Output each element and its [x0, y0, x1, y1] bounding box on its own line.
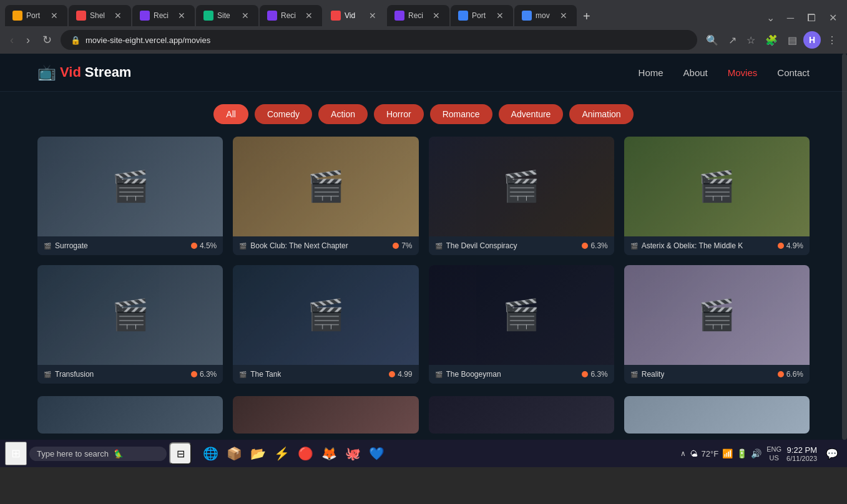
tab-favicon [203, 11, 213, 21]
movie-info: 🎬The Tank4.99 [233, 365, 418, 384]
sublime-icon[interactable]: ⚡ [270, 442, 293, 465]
firefox-icon[interactable]: 🦊 [318, 442, 340, 465]
more-button[interactable]: ⋮ [823, 31, 841, 49]
htdocs-icon[interactable]: 📦 [223, 442, 245, 465]
partial-row [0, 396, 847, 440]
tab-label: Reci [408, 11, 427, 20]
nav-about[interactable]: About [683, 67, 708, 78]
tab-close-button[interactable]: ✕ [112, 10, 124, 21]
browser-tab-tab-mov[interactable]: mov✕ [514, 5, 577, 26]
partial-movie-card-2[interactable] [429, 396, 614, 434]
taskbar-search[interactable]: Type here to search 🦜 [29, 447, 167, 461]
clock[interactable]: 9:22 PM 6/11/2023 [786, 445, 817, 462]
movie-rating: 7% [393, 241, 412, 250]
tab-bar: Port✕Shel✕Reci✕Site✕Reci✕Vid✕Reci✕Port✕m… [0, 0, 847, 26]
new-tab-button[interactable]: + [578, 7, 595, 26]
filter-comedy[interactable]: Comedy [255, 104, 312, 124]
nav-contact[interactable]: Contact [777, 67, 810, 78]
movie-grid: 🎬🎬Surrogate4.5%🎬🎬Book Club: The Next Cha… [0, 137, 847, 396]
browser-tab-tab-shel[interactable]: Shel✕ [69, 5, 131, 26]
movie-icon: 🎬 [239, 371, 247, 378]
scrollbar[interactable] [842, 54, 847, 440]
vscode-icon[interactable]: 💙 [365, 442, 388, 465]
tab-close-button[interactable]: ✕ [431, 10, 442, 21]
github-icon[interactable]: 🐙 [341, 442, 364, 465]
chrome-icon[interactable]: 🌐 [199, 442, 222, 465]
movie-title: Transfusion [55, 370, 94, 379]
tab-close-button[interactable]: ✕ [49, 10, 60, 21]
share-button[interactable]: ↗ [725, 31, 740, 49]
movie-card-6[interactable]: 🎬🎬The Boogeyman6.3% [429, 265, 614, 384]
filter-romance[interactable]: Romance [430, 104, 492, 124]
movie-card-2[interactable]: 🎬🎬The Devil Conspiracy6.3% [429, 137, 614, 255]
movie-rating: 4.9% [778, 241, 803, 250]
filter-all[interactable]: All [213, 104, 248, 124]
minimize-button[interactable]: ─ [782, 10, 799, 26]
movie-info: 🎬The Boogeyman6.3% [429, 365, 614, 384]
address-bar[interactable]: 🔒 movie-site-eight.vercel.app/movies [61, 30, 697, 50]
tab-list-button[interactable]: ⌄ [761, 9, 780, 26]
tab-favicon [267, 11, 277, 21]
tab-close-button[interactable]: ✕ [176, 10, 187, 21]
browser-tab-tab-reci-1[interactable]: Reci✕ [132, 5, 195, 26]
tab-close-button[interactable]: ✕ [303, 10, 315, 21]
forward-button[interactable]: › [22, 31, 34, 49]
movie-card-5[interactable]: 🎬🎬The Tank4.99 [233, 265, 418, 384]
partial-movie-card-1[interactable] [233, 396, 418, 434]
sidebar-button[interactable]: ▤ [784, 31, 801, 49]
opera-icon[interactable]: 🔴 [294, 442, 316, 465]
movie-rating: 4.5% [191, 241, 217, 250]
systray-expand[interactable]: ∧ [680, 449, 686, 458]
browser-tab-tab-site[interactable]: Site✕ [196, 5, 258, 26]
movie-title-row: 🎬The Devil Conspiracy [435, 241, 517, 250]
movie-title-row: 🎬Asterix & Obelix: The Middle K [630, 241, 743, 250]
tab-close-button[interactable]: ✕ [558, 10, 569, 21]
browser-tab-tab-reci-3[interactable]: Reci✕ [387, 5, 449, 26]
browser-tab-tab-port-2[interactable]: Port✕ [451, 5, 513, 26]
filter-adventure[interactable]: Adventure [499, 104, 564, 124]
movie-icon: 🎬 [435, 243, 443, 250]
tab-close-button[interactable]: ✕ [367, 10, 378, 21]
tab-close-button[interactable]: ✕ [240, 10, 251, 21]
rating-dot [389, 371, 395, 377]
filter-action[interactable]: Action [318, 104, 368, 124]
refresh-button[interactable]: ↻ [39, 31, 56, 49]
bookmark-button[interactable]: ☆ [743, 31, 759, 49]
movie-card-3[interactable]: 🎬🎬Asterix & Obelix: The Middle K4.9% [624, 137, 810, 255]
nav-home[interactable]: Home [639, 67, 663, 78]
movie-card-4[interactable]: 🎬🎬Transfusion6.3% [37, 265, 223, 384]
movie-card-7[interactable]: 🎬🎬Reality6.6% [624, 265, 810, 384]
movie-title-row: 🎬Book Club: The Next Chapter [239, 241, 348, 250]
taskview-button[interactable]: ⊟ [169, 442, 192, 465]
movie-title: Book Club: The Next Chapter [250, 241, 348, 250]
files-icon[interactable]: 📂 [247, 442, 269, 465]
rating-dot [582, 371, 588, 377]
notification-button[interactable]: 💬 [822, 445, 842, 462]
tab-close-button[interactable]: ✕ [494, 10, 506, 21]
browser-tab-tab-reci-2[interactable]: Reci✕ [260, 5, 322, 26]
start-button[interactable]: ⊞ [5, 442, 27, 465]
movie-card-0[interactable]: 🎬🎬Surrogate4.5% [37, 137, 223, 255]
rating-value: 6.3% [590, 241, 607, 250]
profile-button[interactable]: H [803, 31, 821, 49]
tab-favicon [12, 11, 22, 21]
close-browser-button[interactable]: ✕ [824, 9, 842, 26]
movie-info: 🎬Asterix & Obelix: The Middle K4.9% [624, 236, 810, 255]
browser-tab-tab-port-1[interactable]: Port✕ [5, 5, 67, 26]
back-button[interactable]: ‹ [6, 31, 17, 49]
filter-horror[interactable]: Horror [374, 104, 424, 124]
browser-tab-tab-vid[interactable]: Vid✕ [323, 5, 386, 26]
nav-movies[interactable]: Movies [728, 67, 758, 78]
filter-animation[interactable]: Animation [569, 104, 633, 124]
partial-movie-card-0[interactable] [37, 396, 223, 434]
maximize-button[interactable]: ⧠ [801, 10, 821, 26]
partial-movie-card-3[interactable] [624, 396, 810, 434]
tab-label: Port [472, 11, 491, 20]
tab-label: mov [536, 11, 554, 20]
movie-title: Asterix & Obelix: The Middle K [642, 241, 743, 250]
extensions-button[interactable]: 🧩 [761, 31, 781, 49]
search-button[interactable]: 🔍 [702, 31, 722, 49]
movie-thumbnail: 🎬 [233, 265, 418, 365]
movie-card-1[interactable]: 🎬🎬Book Club: The Next Chapter7% [233, 137, 418, 255]
rating-dot [191, 371, 197, 377]
